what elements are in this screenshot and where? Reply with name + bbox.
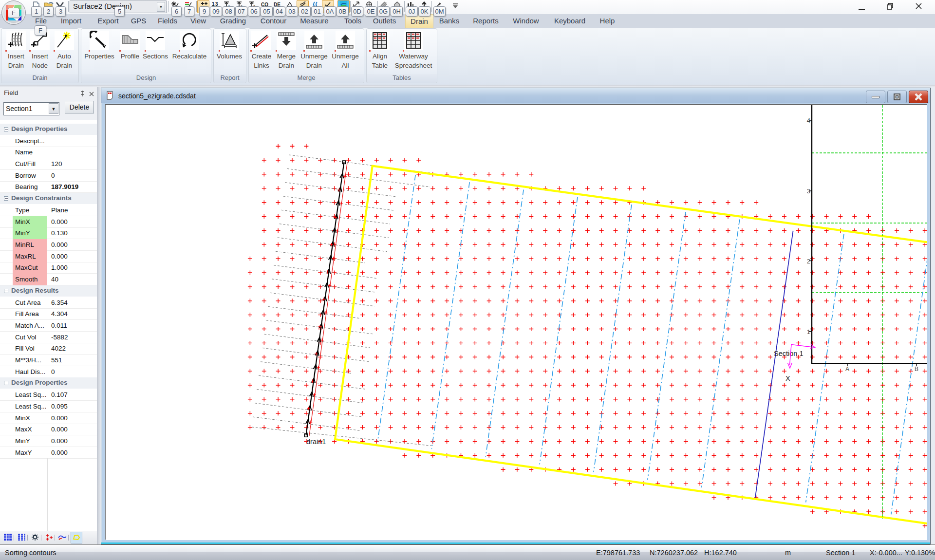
svg-text:drain1: drain1: [306, 438, 326, 446]
svg-text:B: B: [915, 366, 918, 373]
svg-text:2: 2: [807, 258, 810, 265]
svg-text:A: A: [845, 366, 849, 373]
svg-text:1: 1: [807, 328, 810, 336]
svg-text:Section 1: Section 1: [774, 350, 803, 357]
svg-text:4: 4: [807, 117, 810, 124]
svg-text:X: X: [785, 374, 790, 382]
svg-text:3: 3: [807, 187, 810, 195]
